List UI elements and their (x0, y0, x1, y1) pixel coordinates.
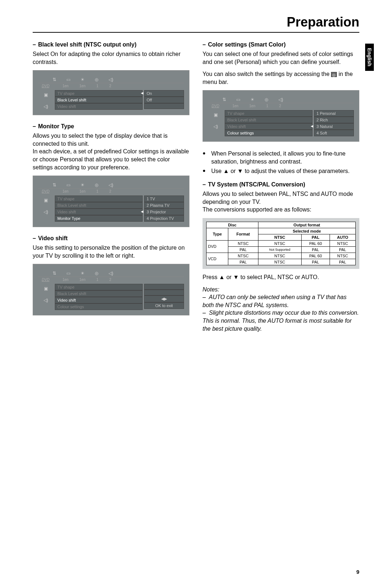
bullet-list-color: When Personal is selected, it allows you… (203, 150, 359, 175)
heading-tv-system: –TV System (NTSC/PAL Conversion) (203, 181, 359, 188)
menu-color-settings: ⇅ ▭ ☀ ◎ ◁) DVD 1en 1en 1 2 ▣ ◁) TV shape (203, 90, 359, 142)
sub-dvd: DVD (42, 84, 52, 88)
opt-off: Off (144, 97, 184, 103)
menu-monitor-type: ⇅ ▭ ☀ ◎ ◁) DVD 1en 1en 1 2 ▣ ◁) TV shape (33, 176, 189, 227)
mid-videoshift: Video shift (55, 103, 143, 110)
picture-icon: ▣ (44, 92, 48, 97)
menu-black-level: ⇅ ▭ ☀ ◎ ◁) DVD 1en 1en 1 2 ▣ ◁) TV shape (33, 70, 189, 115)
sound-icon: ◁) (109, 77, 113, 82)
body-black-level: Select On for adapting the color dynamic… (33, 50, 189, 66)
heading-monitor-type: –Monitor Type (33, 123, 189, 130)
body-tv-system: Allows you to select between PAL, NTSC a… (203, 190, 359, 214)
heading-color-settings: –Color settings (Smart Color) (203, 41, 359, 48)
mid-blacklevel: Black Level shift (55, 97, 143, 103)
body-color1: You can select one of four predefined se… (203, 50, 359, 66)
bright-icon: ☀ (81, 77, 85, 82)
bullet-personal: When Personal is selected, it allows you… (203, 150, 359, 165)
right-column: –Color settings (Smart Color) You can se… (203, 41, 359, 333)
page-title: Preparation (33, 15, 359, 33)
heading-video-shift: –Video shift (33, 235, 189, 242)
after-table-text: Press ▲ or ▼ to select PAL, NTSC or AUTO… (203, 273, 359, 281)
heading-black-level: –Black level shift (NTSC output only) (33, 41, 189, 48)
tool-icon: ⇅ (53, 77, 56, 82)
mid-tvshape: TV shape (55, 90, 143, 97)
body-monitor-type: Allows you to select the type of display… (33, 132, 189, 171)
notes-block: Notes: – AUTO can only be selected when … (203, 286, 359, 333)
body-color2: You can also switch the settings by acce… (203, 70, 359, 86)
color-icon: ◎ (95, 77, 98, 82)
palette-icon: ◎ (331, 72, 337, 77)
bullet-arrows: Use ▲ or ▼ to adjust the values of these… (203, 167, 359, 175)
page-number: 9 (356, 569, 359, 575)
audio-icon: ◁) (44, 104, 48, 109)
opt-on: On (144, 90, 184, 97)
menu-video-shift: ⇅ ▭ ☀ ◎ ◁) DVD 1en 1en 1 2 ▣ ◁) TV shape (33, 264, 189, 315)
box-icon: ▭ (66, 77, 70, 82)
conversion-table: Disc Output format Type Format Selected … (203, 218, 359, 269)
language-tab: English (365, 44, 374, 71)
body-video-shift: Use this setting to personalize the posi… (33, 244, 189, 259)
left-column: –Black level shift (NTSC output only) Se… (33, 41, 189, 333)
